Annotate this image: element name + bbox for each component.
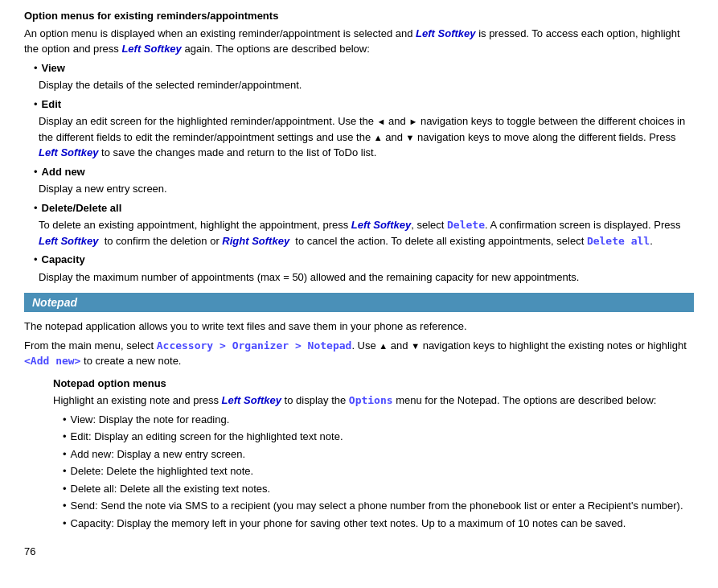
add-new-option: <Add new> <box>24 355 80 367</box>
notepad-options-intro: Highlight an existing note and press Lef… <box>53 393 694 409</box>
item-add-new: Add new Display a new entry screen. <box>24 164 694 197</box>
section1-intro: An option menu is displayed when an exis… <box>24 26 694 57</box>
left-softkey-confirm: Left Softkey <box>39 235 98 247</box>
left-softkey-link-2: Left Softkey <box>121 43 181 55</box>
down-arrow-notepad: ▼ <box>411 341 420 351</box>
notepad-section-header: Notepad <box>24 293 694 312</box>
notepad-bullet-delete-all: Delete all: Delete all the existing text… <box>63 481 694 497</box>
add-new-description: Display a new entry screen. <box>39 181 694 197</box>
left-softkey-notepad: Left Softkey <box>222 394 281 406</box>
delete-description: To delete an existing appointment, highl… <box>39 217 694 249</box>
notepad-options-section: Notepad option menus Highlight an existi… <box>39 376 694 532</box>
view-description: Display the details of the selected remi… <box>39 77 694 93</box>
left-softkey-link-1: Left Softkey <box>416 27 475 39</box>
page-number: 76 <box>24 544 694 560</box>
item-view: View Display the details of the selected… <box>24 60 694 93</box>
delete-option: Delete <box>447 219 485 231</box>
capacity-description: Display the maximum number of appointmen… <box>39 269 694 286</box>
notepad-bullet-add-new: Add new: Display a new entry screen. <box>63 446 694 463</box>
add-new-label: Add new <box>42 166 85 178</box>
up-arrow: ▲ <box>374 133 383 142</box>
edit-description: Display an edit screen for the highlight… <box>39 113 694 161</box>
notepad-bullet-edit: Edit: Display an editing screen for the … <box>63 429 694 445</box>
left-arrow: ◄ <box>377 117 386 126</box>
options-menu-label: Options <box>349 394 393 406</box>
up-arrow-notepad: ▲ <box>379 341 388 351</box>
right-softkey-cancel: Right Softkey <box>222 235 289 247</box>
delete-label: Delete/Delete all <box>42 202 122 214</box>
view-label: View <box>42 62 65 74</box>
section1-title: Option menus for existing reminders/appo… <box>24 8 694 24</box>
down-arrow: ▼ <box>406 133 415 142</box>
item-delete: Delete/Delete all To delete an existing … <box>24 200 694 249</box>
menu-path: Accessory > Organizer > Notepad <box>157 339 352 352</box>
notepad-bullets: View: Display the note for reading. Edit… <box>53 412 694 532</box>
delete-all-option: Delete all <box>587 235 650 247</box>
notepad-bullet-view: View: Display the note for reading. <box>63 412 694 428</box>
notepad-intro2: From the main menu, select Accessory > O… <box>24 338 694 369</box>
item-edit: Edit Display an edit screen for the high… <box>24 97 694 161</box>
item-capacity: Capacity Display the maximum number of a… <box>24 252 694 285</box>
capacity-label: Capacity <box>42 253 85 265</box>
notepad-option-menus-heading: Notepad option menus <box>53 376 694 392</box>
right-arrow: ► <box>408 117 417 126</box>
notepad-bullet-send: Send: Send the note via SMS to a recipie… <box>63 498 694 514</box>
section1-heading: Option menus for existing reminders/appo… <box>24 8 694 57</box>
edit-label: Edit <box>42 98 62 110</box>
notepad-bullet-capacity: Capacity: Display the memory left in you… <box>63 516 694 532</box>
notepad-intro1: The notepad application allows you to wr… <box>24 319 694 335</box>
left-softkey-edit: Left Softkey <box>39 146 98 158</box>
left-softkey-delete: Left Softkey <box>351 219 411 231</box>
notepad-bullet-delete: Delete: Delete the highlighted text note… <box>63 463 694 479</box>
